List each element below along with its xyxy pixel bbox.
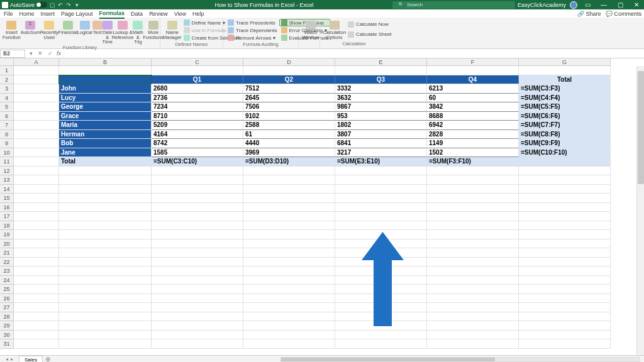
cell[interactable] [519, 321, 611, 331]
cell[interactable] [427, 321, 519, 331]
logical-button[interactable]: Logical [77, 19, 92, 45]
cell[interactable] [243, 276, 335, 285]
cell[interactable]: 60 [427, 94, 519, 103]
row-header[interactable]: 6 [0, 112, 14, 121]
cell[interactable] [243, 221, 335, 231]
cell[interactable]: 6841 [335, 139, 427, 148]
cell[interactable] [519, 266, 611, 276]
vscroll-thumb[interactable] [638, 71, 644, 184]
date-time-button[interactable]: Date &Time [103, 19, 113, 45]
cell[interactable] [14, 276, 59, 285]
select-all-corner[interactable] [0, 58, 14, 66]
cell[interactable] [152, 185, 243, 194]
cell[interactable] [59, 258, 152, 267]
sheet-nav-prev-icon[interactable]: ◂ [6, 356, 8, 362]
cell[interactable] [14, 331, 59, 340]
cell[interactable] [59, 276, 152, 285]
cell[interactable] [243, 185, 335, 194]
vertical-scrollbar[interactable] [636, 66, 644, 355]
cell[interactable]: Q3 [335, 75, 427, 85]
cell[interactable] [59, 294, 152, 304]
cell[interactable] [59, 239, 152, 249]
row-header[interactable]: 19 [0, 230, 14, 239]
cell[interactable] [152, 303, 243, 312]
cell[interactable] [59, 185, 152, 194]
account-avatar[interactable] [570, 1, 577, 9]
comments-button[interactable]: 💬 Comments [606, 11, 641, 17]
cell[interactable] [519, 212, 611, 221]
cell[interactable] [243, 285, 335, 294]
cell[interactable] [519, 175, 611, 185]
cell[interactable]: =SUM(C10:F10) [519, 148, 611, 158]
cell[interactable] [519, 66, 611, 75]
cell[interactable]: =SUM(C5:F5) [519, 102, 611, 112]
cell[interactable]: 2736 [152, 94, 243, 103]
cell[interactable] [59, 194, 152, 203]
cell[interactable] [152, 266, 243, 276]
share-button[interactable]: 🔗 Share [577, 11, 601, 17]
cell[interactable] [335, 203, 427, 212]
row-header[interactable]: 11 [0, 157, 14, 167]
cell[interactable]: 9102 [243, 112, 335, 121]
cell[interactable] [59, 75, 152, 85]
cell[interactable] [59, 230, 152, 239]
cell[interactable]: Total [519, 75, 611, 85]
cell[interactable] [243, 294, 335, 304]
row-header[interactable]: 22 [0, 258, 14, 267]
cell[interactable]: 7512 [243, 84, 335, 94]
row-header[interactable]: 10 [0, 148, 14, 158]
cell[interactable] [335, 230, 427, 239]
cell[interactable] [335, 194, 427, 203]
cell[interactable] [335, 321, 427, 331]
cell[interactable]: 8742 [152, 139, 243, 148]
col-header-b[interactable]: B [59, 58, 152, 66]
cell[interactable] [243, 66, 335, 75]
cell[interactable] [59, 175, 152, 185]
cell[interactable] [427, 221, 519, 231]
cell[interactable] [152, 339, 243, 349]
tab-insert[interactable]: Insert [41, 9, 55, 18]
cell[interactable]: 3807 [335, 130, 427, 140]
fx-icon[interactable]: fx [57, 50, 61, 57]
col-header-d[interactable]: D [243, 58, 335, 66]
insert-function-button[interactable]: InsertFunction [3, 19, 21, 45]
account-name[interactable]: EasyClickAcademy [518, 2, 566, 8]
cell[interactable]: =SUM(C4:F4) [519, 94, 611, 103]
cell[interactable] [14, 212, 59, 221]
cell[interactable] [152, 321, 243, 331]
qat-save-icon[interactable]: ▢ [49, 2, 55, 8]
row-header[interactable]: 9 [0, 139, 14, 148]
calculate-sheet-button[interactable]: Calculate Sheet [346, 31, 393, 38]
cell[interactable] [152, 167, 243, 176]
row-header[interactable]: 21 [0, 248, 14, 258]
cell[interactable] [14, 339, 59, 349]
cell[interactable] [59, 221, 152, 231]
text-button[interactable]: Text [92, 19, 103, 45]
cell[interactable] [243, 258, 335, 267]
cell[interactable]: =SUM(C3:F3) [519, 84, 611, 94]
cell[interactable]: 3842 [427, 102, 519, 112]
cell[interactable] [243, 239, 335, 249]
row-header[interactable]: 7 [0, 121, 14, 130]
row-header[interactable]: 12 [0, 167, 14, 176]
cell[interactable] [335, 221, 427, 231]
cell[interactable] [243, 212, 335, 221]
cell[interactable] [14, 221, 59, 231]
row-header[interactable]: 8 [0, 130, 14, 140]
cell[interactable] [427, 266, 519, 276]
cell[interactable] [59, 212, 152, 221]
cell[interactable]: 4440 [243, 139, 335, 148]
cell[interactable] [243, 266, 335, 276]
cell[interactable]: Lucy [59, 94, 152, 103]
new-sheet-button[interactable]: ⊕ [45, 356, 50, 362]
row-header[interactable]: 26 [0, 294, 14, 304]
cell[interactable] [427, 175, 519, 185]
cell[interactable] [14, 230, 59, 239]
cell[interactable]: =SUM(F3:F10) [427, 157, 519, 167]
cell[interactable] [335, 66, 427, 75]
sheet-nav-next-icon[interactable]: ▸ [11, 356, 13, 362]
row-header[interactable]: 4 [0, 94, 14, 103]
cell[interactable] [14, 266, 59, 276]
cell[interactable] [243, 303, 335, 312]
row-header[interactable]: 15 [0, 194, 14, 203]
